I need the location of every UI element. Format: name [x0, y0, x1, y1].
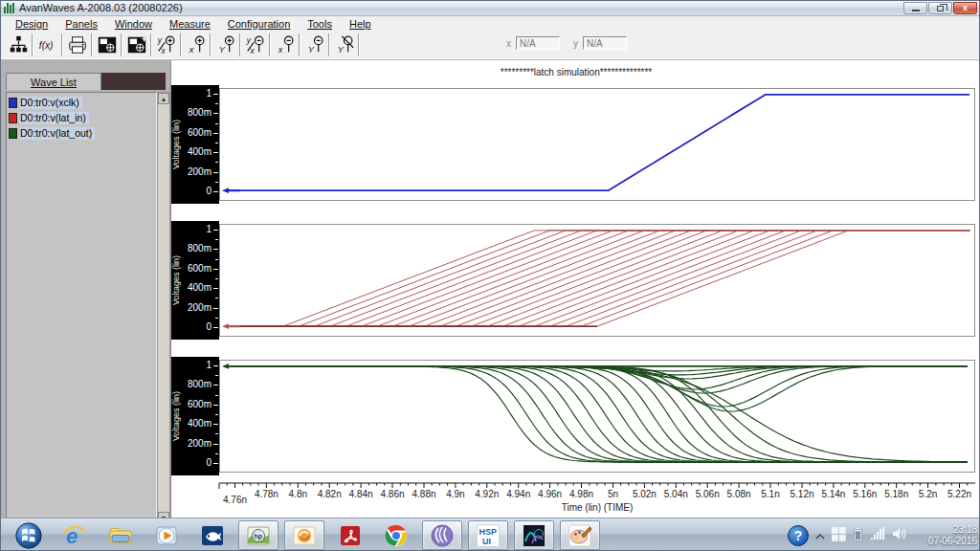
x-axis-title: Time (lin) (TIME) [562, 502, 634, 513]
panel-icon[interactable] [94, 33, 120, 57]
paint-icon[interactable] [560, 520, 600, 550]
taskbar-clock[interactable]: 23:18 07-06-2016 [914, 524, 977, 547]
network-signal-icon[interactable] [870, 527, 885, 544]
zoom-in-x-icon[interactable]: x [183, 33, 209, 57]
y-axis-gutter: Voltages (lin)1800m600m400m200m0 [171, 221, 219, 340]
output-waveform-panel: Voltages (lin)1800m600m400m200m0 [171, 357, 980, 475]
waveform-plot[interactable] [219, 360, 975, 473]
menu-item-panels[interactable]: Panels [56, 18, 106, 30]
trace-color-chip [9, 98, 17, 108]
start-button[interactable] [6, 519, 52, 551]
add-panel-icon[interactable] [123, 33, 149, 57]
menu-item-design[interactable]: Design [7, 18, 56, 30]
zoom-in-y-icon[interactable]: Y [212, 33, 238, 57]
y-axis-label: Voltages (lin) [171, 357, 183, 475]
windows-flag-icon[interactable] [832, 527, 846, 545]
window-title: AvanWaves A-2008.03 (20080226) [19, 1, 183, 15]
x-tick-label: 4.8n [289, 489, 307, 499]
x-coordinate-field[interactable]: N/A [516, 36, 560, 50]
zoom-off-icon[interactable]: Y [331, 33, 357, 57]
photo-app-icon[interactable] [284, 520, 324, 550]
minimize-button[interactable] [903, 2, 927, 14]
waveform-plot[interactable] [219, 224, 975, 337]
y-tick-label: 600m [188, 127, 212, 138]
y-tick-mark [213, 133, 218, 134]
x-tick-label: 4.84n [349, 489, 373, 499]
battery-icon[interactable] [853, 527, 863, 545]
x-tick-label: 5.02n [633, 489, 657, 499]
zoom-out-y-icon[interactable]: Y [301, 33, 327, 57]
restore-button[interactable] [928, 2, 952, 14]
x-tick-label: 5.1n [761, 489, 779, 499]
wave-list-tab-filler [101, 73, 166, 90]
y-minor-tick-mark [215, 239, 218, 240]
x-tick-label: 4.86n [380, 489, 404, 499]
y-tick-label: 800m [188, 243, 212, 253]
hspui-icon[interactable]: HSPUI [468, 520, 508, 550]
y-tick-label: 1 [206, 224, 212, 234]
wave-list-tab[interactable]: Wave List [6, 73, 101, 90]
zoom-in-xy-icon[interactable]: yx [153, 33, 179, 57]
toolbar: f(x)yxxYyxxYY x N/A y N/A [1, 31, 980, 60]
y-minor-tick-mark [215, 162, 218, 163]
cursor-coordinates: x N/A y N/A [506, 36, 640, 50]
file-explorer-icon[interactable] [98, 519, 144, 551]
time-axis: 4.76n4.78n4.8n4.82n4.84n4.86n4.88n4.9n4.… [171, 481, 980, 516]
wave-list-item[interactable]: D0:tr0:v(lat_in) [9, 111, 154, 125]
close-button[interactable]: x [953, 2, 977, 14]
y-minor-tick-mark [215, 278, 218, 279]
close-icon: x [963, 3, 968, 13]
wave-list-item[interactable]: D0:tr0:v(lat_out) [9, 126, 154, 141]
waveform-plot[interactable] [219, 88, 975, 201]
media-player-icon[interactable] [144, 519, 189, 551]
hidden-icons-chevron[interactable] [815, 527, 825, 544]
menu-item-configuration[interactable]: Configuration [219, 18, 299, 30]
expression-builder-icon[interactable]: f(x) [34, 33, 60, 57]
chrome-icon[interactable] [373, 519, 419, 551]
y-tick-label: 200m [188, 438, 212, 449]
y-minor-tick-mark [215, 395, 218, 396]
wave-list-item-label: D0:tr0:v(xclk) [19, 97, 82, 109]
y-coordinate-field[interactable]: N/A [583, 36, 627, 50]
menu-item-tools[interactable]: Tools [299, 18, 341, 30]
restore-icon [937, 6, 944, 11]
wave-list-item[interactable]: D0:tr0:v(xclk) [9, 96, 154, 110]
y-tick-label: 600m [188, 263, 212, 274]
zoom-out-x-icon[interactable]: x [272, 33, 298, 57]
zoom-out-xy-icon[interactable]: yx [242, 33, 268, 57]
y-minor-tick-mark [215, 298, 218, 298]
wave-list-vertical-scrollbar[interactable]: ▲ ▼ [157, 92, 170, 524]
y-tick-label: 400m [188, 418, 212, 429]
menu-item-help[interactable]: Help [341, 18, 380, 30]
y-tick-mark [213, 405, 218, 406]
y-minor-tick-mark [215, 318, 218, 319]
design-browser-icon[interactable] [5, 33, 31, 57]
y-tick-mark [213, 463, 218, 464]
x-tick-label: 4.78n [255, 489, 278, 499]
y-tick-label: 1 [206, 88, 212, 99]
y-minor-tick-mark [215, 143, 218, 143]
media-app-icon[interactable] [189, 519, 235, 551]
bittorrent-icon[interactable] [422, 520, 462, 550]
y-tick-mark [213, 385, 218, 386]
adobe-reader-icon[interactable] [327, 519, 373, 551]
menu-item-measure[interactable]: Measure [161, 18, 219, 30]
input-waveform-panel: Voltages (lin)1800m600m400m200m0 [171, 221, 980, 340]
print-icon[interactable] [64, 33, 90, 57]
svg-text:x: x [188, 45, 193, 55]
toolbar-separator [299, 33, 301, 56]
avanwaves-icon[interactable] [514, 520, 554, 550]
x-tick-label: 5.12n [790, 489, 813, 499]
hp-app-icon[interactable]: hp [238, 520, 278, 550]
help-icon[interactable]: ? [788, 525, 809, 546]
menu-item-window[interactable]: Window [106, 18, 161, 30]
taskbar: ehpHSPUI ? 23:18 07-06-2016 [1, 518, 980, 551]
scroll-up-button[interactable]: ▲ [158, 93, 169, 104]
y-minor-tick-mark [215, 259, 218, 260]
svg-text:UI: UI [482, 537, 491, 546]
internet-explorer-icon[interactable]: e [52, 519, 98, 551]
speaker-icon[interactable] [892, 527, 907, 544]
svg-text:Y: Y [337, 45, 344, 55]
y-tick-mark [213, 365, 218, 366]
x-tick-label: 5.2n [919, 489, 937, 499]
